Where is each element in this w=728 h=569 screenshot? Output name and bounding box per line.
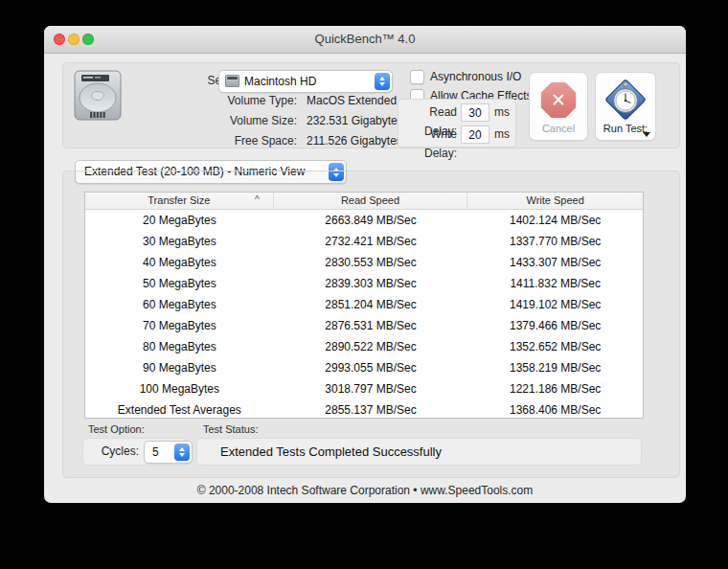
- free-space-value: 211.526 Gigabytes: [307, 131, 403, 151]
- transfer-size-cell: 100 MegaBytes: [85, 378, 274, 399]
- cancel-button[interactable]: ✕ Cancel: [529, 72, 588, 141]
- window-title: QuickBench™ 4.0: [44, 26, 686, 53]
- volume-values: MacOS Extended 232.531 Gigabytes 211.526…: [307, 91, 403, 151]
- transfer-size-cell: 40 MegaBytes: [85, 252, 274, 273]
- write-delay-label: Write Delay:: [398, 125, 457, 163]
- table-row-averages: Extended Test Averages 2855.137 MB/Sec 1…: [85, 399, 643, 421]
- stepper-icon[interactable]: [174, 444, 190, 461]
- write-speed-cell: 1368.406 MB/Sec: [467, 399, 643, 421]
- cycles-label: Cycles:: [86, 438, 139, 466]
- read-speed-cell: 2839.303 MB/Sec: [274, 273, 468, 294]
- transfer-size-cell: 30 MegaBytes: [85, 231, 274, 252]
- read-speed-cell: 2851.204 MB/Sec: [274, 294, 468, 315]
- selected-volume-dropdown[interactable]: Macintosh HD: [218, 70, 393, 93]
- write-speed-cell: 1352.652 MB/Sec: [467, 336, 643, 357]
- cancel-button-label: Cancel: [530, 123, 587, 134]
- sort-ascending-icon: ^: [255, 193, 260, 208]
- column-header-read-speed[interactable]: Read Speed: [274, 193, 468, 209]
- hard-drive-icon: [74, 70, 122, 125]
- read-speed-cell: 2890.522 MB/Sec: [274, 336, 468, 357]
- table-row: 70 MegaBytes 2876.531 MB/Sec 1379.466 MB…: [85, 315, 643, 336]
- test-option-label: Test Option:: [88, 423, 145, 435]
- stopwatch-icon: [603, 77, 648, 121]
- test-status-label: Test Status:: [203, 423, 258, 435]
- write-speed-cell: 1358.219 MB/Sec: [467, 357, 643, 378]
- dropdown-arrow-icon: [643, 132, 650, 137]
- table-row: 50 MegaBytes 2839.303 MB/Sec 1411.832 MB…: [85, 273, 643, 294]
- column-header-write-speed[interactable]: Write Speed: [467, 193, 643, 209]
- volume-type-label: Volume Type:: [140, 91, 297, 111]
- async-io-label: Asynchronous I/O: [430, 70, 521, 83]
- transfer-size-cell: Extended Test Averages: [85, 399, 274, 421]
- transfer-size-cell: 60 MegaBytes: [85, 294, 274, 315]
- transfer-size-cell: 20 MegaBytes: [85, 210, 274, 231]
- table-row: 80 MegaBytes 2890.522 MB/Sec 1352.652 MB…: [85, 336, 643, 357]
- table-row: 100 MegaBytes 3018.797 MB/Sec 1221.186 M…: [85, 378, 643, 399]
- write-speed-cell: 1402.124 MB/Sec: [467, 210, 643, 231]
- transfer-size-cell: 90 MegaBytes: [85, 357, 274, 378]
- table-row: 40 MegaBytes 2830.553 MB/Sec 1433.307 MB…: [85, 252, 643, 273]
- read-speed-cell: 2876.531 MB/Sec: [274, 315, 468, 336]
- selected-volume-value: Macintosh HD: [244, 71, 316, 92]
- write-speed-cell: 1411.832 MB/Sec: [467, 273, 643, 294]
- read-speed-cell: 2732.421 MB/Sec: [274, 231, 468, 252]
- transfer-size-cell: 80 MegaBytes: [85, 336, 274, 357]
- free-space-label: Free Space:: [140, 131, 297, 151]
- read-speed-cell: 2993.055 MB/Sec: [274, 357, 468, 378]
- column-header-transfer-size[interactable]: Transfer Size ^: [85, 193, 274, 209]
- volume-size-value: 232.531 Gigabytes: [307, 111, 403, 131]
- read-delay-input[interactable]: [461, 103, 489, 122]
- transfer-size-cell: 70 MegaBytes: [85, 315, 274, 336]
- run-test-button[interactable]: Run Test:: [595, 72, 656, 141]
- read-speed-cell: 2855.137 MB/Sec: [274, 399, 468, 421]
- window-titlebar: QuickBench™ 4.0: [44, 26, 686, 54]
- write-speed-cell: 1337.770 MB/Sec: [467, 231, 643, 252]
- volume-type-value: MacOS Extended: [307, 91, 403, 111]
- read-speed-cell: 2830.553 MB/Sec: [274, 252, 468, 273]
- test-status-value: Extended Tests Completed Successfully: [220, 438, 442, 466]
- write-speed-cell: 1419.102 MB/Sec: [467, 294, 643, 315]
- table-header: Transfer Size ^ Read Speed Write Speed: [85, 193, 643, 210]
- app-window: QuickBench™ 4.0: [44, 26, 686, 503]
- stop-octagon-icon: ✕: [541, 82, 577, 118]
- transfer-size-cell: 50 MegaBytes: [85, 273, 274, 294]
- cycles-value: 5: [152, 442, 159, 463]
- copyright-footer: © 2000-2008 Intech Software Corporation …: [44, 484, 686, 497]
- read-delay-unit: ms: [494, 102, 510, 122]
- table-row: 20 MegaBytes 2663.849 MB/Sec 1402.124 MB…: [85, 210, 643, 231]
- table-row: 60 MegaBytes 2851.204 MB/Sec 1419.102 MB…: [85, 294, 643, 315]
- async-io-checkbox-row: Asynchronous I/O: [410, 69, 521, 84]
- volume-size-label: Volume Size:: [140, 111, 297, 131]
- write-speed-cell: 1379.466 MB/Sec: [467, 315, 643, 336]
- volume-mini-disk-icon: [225, 75, 239, 87]
- table-row: 30 MegaBytes 2732.421 MB/Sec 1337.770 MB…: [85, 231, 643, 252]
- async-io-checkbox[interactable]: [410, 70, 424, 84]
- cycles-dropdown[interactable]: 5: [144, 441, 193, 464]
- write-delay-input[interactable]: [461, 125, 489, 144]
- stepper-icon[interactable]: [375, 73, 390, 90]
- write-delay-unit: ms: [494, 125, 510, 144]
- write-speed-cell: 1221.186 MB/Sec: [467, 378, 643, 399]
- write-speed-cell: 1433.307 MB/Sec: [467, 252, 643, 273]
- table-row: 90 MegaBytes 2993.055 MB/Sec 1358.219 MB…: [85, 357, 643, 378]
- read-speed-cell: 3018.797 MB/Sec: [274, 378, 468, 399]
- read-speed-cell: 2663.849 MB/Sec: [274, 210, 468, 231]
- results-table: Transfer Size ^ Read Speed Write Speed 2…: [84, 192, 644, 419]
